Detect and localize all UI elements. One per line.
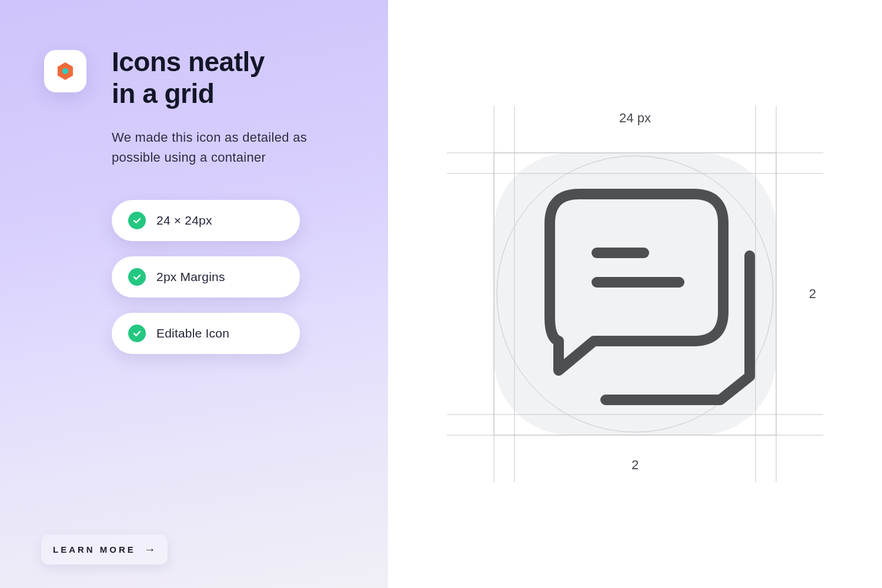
check-icon [128,325,146,342]
subheadline: We made this icon as detailed as possibl… [112,128,353,168]
feature-pill: Editable Icon [112,313,300,354]
learn-more-label: LEARN MORE [53,544,136,554]
feature-label: 2px Margins [156,270,225,284]
dimension-margin-right-label: 2 [809,286,816,302]
arrow-right-icon: → [144,543,156,556]
learn-more-button[interactable]: LEARN MORE → [41,534,168,564]
diagram-panel: 24 px 2 2 [388,0,882,588]
hexagon-logo-icon [55,61,76,82]
text-content: Icons neatly in a grid We made this icon… [112,46,353,354]
dimension-margin-bottom-label: 2 [632,457,639,473]
headline-line-2: in a grid [112,78,214,109]
svg-point-1 [62,68,68,74]
logo-tile [44,50,86,92]
icon-grid-diagram: 24 px 2 2 [447,106,823,482]
headline: Icons neatly in a grid [112,46,353,110]
dimension-width-label: 24 px [619,111,651,126]
feature-label: 24 × 24px [156,213,212,228]
feature-list: 24 × 24px 2px Margins Editable Icon [112,200,300,354]
feature-pill: 2px Margins [112,256,300,298]
check-icon [128,212,146,229]
check-icon [128,268,146,286]
grid-diagram-svg [447,106,823,482]
headline-line-1: Icons neatly [112,46,265,77]
feature-panel: Icons neatly in a grid We made this icon… [0,0,388,588]
feature-label: Editable Icon [156,326,229,340]
stage: Icons neatly in a grid We made this icon… [0,0,882,588]
feature-pill: 24 × 24px [112,200,300,241]
